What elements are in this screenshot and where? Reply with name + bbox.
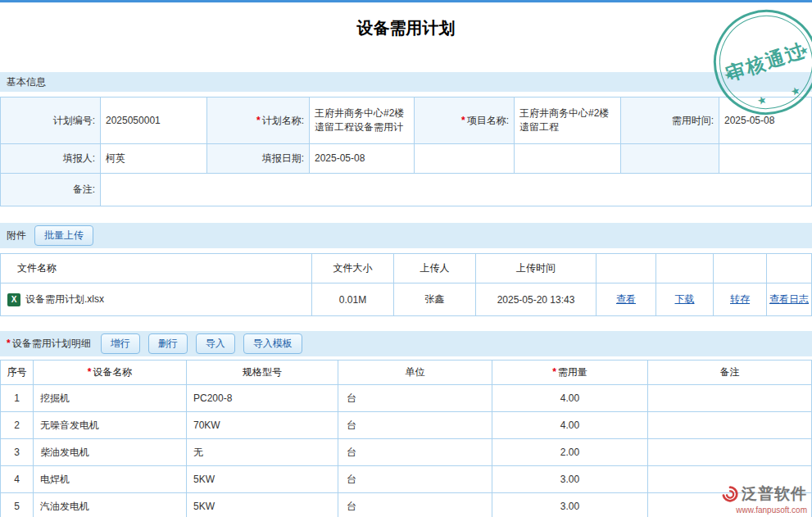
cell-unit[interactable]: 台: [338, 493, 492, 517]
empty-cell: [415, 144, 515, 174]
col-uploader: 上传人: [394, 254, 476, 283]
cell-device-name[interactable]: 电焊机: [34, 466, 187, 493]
transfer-link[interactable]: 转存: [730, 293, 750, 305]
file-name: 设备需用计划.xlsx: [25, 293, 104, 306]
cell-remark[interactable]: [648, 412, 812, 439]
plan-no-label: 计划编号:: [1, 98, 101, 144]
fanpu-swirl-icon: [721, 485, 739, 503]
table-header-row: 序号 *设备名称 规格型号 单位 *需用量 备注: [1, 361, 812, 385]
plan-name-label: *计划名称:: [207, 98, 310, 144]
cell-quantity[interactable]: 3.00: [492, 466, 648, 493]
table-row: 4 电焊机 5KW 台 3.00: [1, 466, 812, 493]
report-date-label: 填报日期:: [207, 144, 310, 174]
cell-remark[interactable]: [648, 439, 812, 466]
section-details-header: *设备需用计划明细 增行 删行 导入 导入模板: [0, 331, 812, 356]
table-row: 3 柴油发电机 无 台 2.00: [1, 439, 812, 466]
empty-cell: [719, 144, 812, 174]
cell-quantity[interactable]: 4.00: [492, 412, 648, 439]
table-row: 备注:: [1, 174, 812, 206]
required-marker: *: [256, 115, 261, 126]
action-cell: 查看: [597, 283, 656, 316]
import-template-button[interactable]: 导入模板: [243, 333, 302, 354]
basic-info-table: 计划编号: 2025050001 *计划名称: 王府井商务中心#2楼遗留工程设备…: [0, 97, 812, 206]
cell-device-name[interactable]: 柴油发电机: [34, 439, 187, 466]
page-title: 设备需用计划: [0, 16, 812, 39]
col-spec-model: 规格型号: [187, 361, 338, 385]
cell-unit[interactable]: 台: [338, 412, 492, 439]
col-quantity: *需用量: [492, 361, 648, 385]
star-icon: ★: [797, 44, 810, 57]
cell-index: 3: [1, 439, 34, 466]
cell-spec-model[interactable]: 5KW: [187, 466, 338, 493]
table-row: 填报人: 柯英 填报日期: 2025-05-08: [1, 144, 812, 174]
details-title: *设备需用计划明细: [7, 337, 91, 351]
col-device-name: *设备名称: [34, 361, 187, 385]
cell-remark[interactable]: [648, 385, 812, 412]
col-actions: [656, 254, 714, 283]
top-accent-bar: [0, 0, 812, 2]
cell-unit[interactable]: 台: [338, 439, 492, 466]
cell-index: 2: [1, 412, 34, 439]
cell-unit[interactable]: 台: [338, 385, 492, 412]
details-table: 序号 *设备名称 规格型号 单位 *需用量 备注 1 挖掘机 PC200-8 台…: [0, 360, 812, 517]
required-marker: *: [7, 338, 11, 349]
view-log-link[interactable]: 查看日志: [769, 293, 809, 305]
table-row: 2 无噪音发电机 70KW 台 4.00: [1, 412, 812, 439]
empty-cell: [515, 144, 621, 174]
cell-spec-model[interactable]: 5KW: [187, 493, 338, 517]
download-link[interactable]: 下载: [675, 293, 695, 305]
remark-value: [101, 174, 812, 206]
import-button[interactable]: 导入: [196, 333, 235, 354]
basic-info-title: 基本信息: [7, 76, 46, 88]
cell-spec-model[interactable]: 70KW: [187, 412, 338, 439]
attachments-title: 附件: [7, 229, 26, 243]
section-attachments-header: 附件 批量上传: [0, 223, 812, 248]
cell-quantity[interactable]: 4.00: [492, 385, 648, 412]
project-name-value: 王府井商务中心#2楼遗留工程: [515, 98, 621, 144]
section-basic-info-header: 基本信息: [0, 72, 812, 92]
batch-upload-button[interactable]: 批量上传: [34, 225, 93, 246]
need-time-value: 2025-05-08: [719, 98, 812, 144]
cell-spec-model[interactable]: 无: [187, 439, 338, 466]
empty-cell: [621, 144, 719, 174]
cell-quantity[interactable]: 3.00: [492, 493, 648, 517]
col-file-size: 文件大小: [312, 254, 394, 283]
table-row: 5 汽油发电机 5KW 台 3.00: [1, 493, 812, 517]
table-row: 计划编号: 2025050001 *计划名称: 王府井商务中心#2楼遗留工程设备…: [1, 98, 812, 144]
col-actions: [714, 254, 767, 283]
view-link[interactable]: 查看: [616, 293, 636, 305]
need-time-label: 需用时间:: [621, 98, 719, 144]
file-upload-time: 2025-05-20 13:43: [476, 283, 597, 316]
cell-device-name[interactable]: 挖掘机: [34, 385, 187, 412]
cell-device-name[interactable]: 汽油发电机: [34, 493, 187, 517]
report-date-value: 2025-05-08: [310, 144, 415, 174]
file-size: 0.01M: [312, 283, 394, 316]
delete-row-button[interactable]: 删行: [148, 333, 188, 354]
col-file-name: 文件名称: [1, 254, 312, 283]
attachment-row: X 设备需用计划.xlsx 0.01M 张鑫 2025-05-20 13:43 …: [1, 283, 812, 316]
excel-file-icon: X: [7, 293, 20, 306]
required-marker: *: [461, 115, 465, 126]
reporter-label: 填报人:: [1, 144, 101, 174]
cell-device-name[interactable]: 无噪音发电机: [34, 412, 187, 439]
attachments-table: 文件名称 文件大小 上传人 上传时间 X 设备需用计划.xlsx 0.01M 张…: [0, 253, 812, 316]
col-actions: [597, 254, 656, 283]
cell-spec-model[interactable]: PC200-8: [187, 385, 338, 412]
table-row: 1 挖掘机 PC200-8 台 4.00: [1, 385, 812, 412]
col-upload-time: 上传时间: [476, 254, 597, 283]
cell-index: 5: [1, 493, 34, 517]
project-name-label: *项目名称:: [415, 98, 515, 144]
action-cell: 查看日志: [767, 283, 812, 316]
action-cell: 转存: [714, 283, 767, 316]
file-name-cell: X 设备需用计划.xlsx: [1, 283, 312, 316]
col-unit: 单位: [338, 361, 492, 385]
required-marker: *: [552, 366, 556, 378]
add-row-button[interactable]: 增行: [101, 333, 140, 354]
cell-quantity[interactable]: 2.00: [492, 439, 648, 466]
vendor-brand-name: 泛普软件: [742, 483, 807, 505]
file-uploader: 张鑫: [394, 283, 476, 316]
reporter-value: 柯英: [101, 144, 207, 174]
cell-index: 4: [1, 466, 34, 493]
col-actions: [767, 254, 812, 283]
cell-unit[interactable]: 台: [338, 466, 492, 493]
